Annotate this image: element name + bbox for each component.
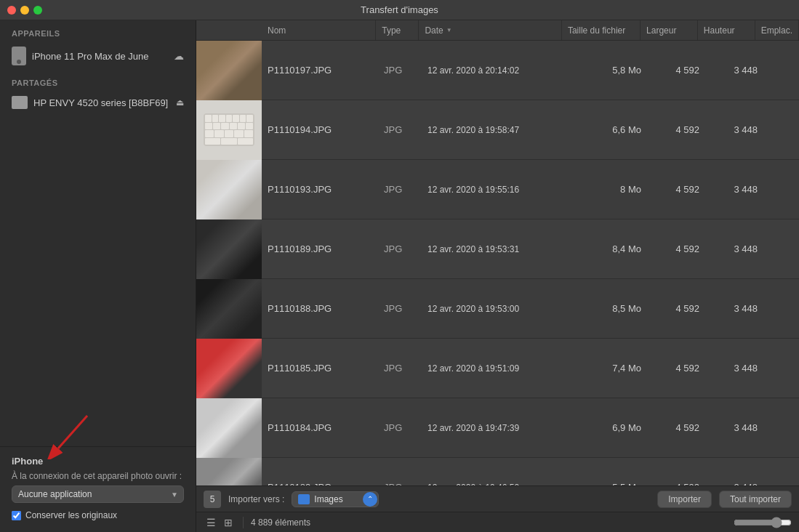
table-row[interactable]: P1110189.JPGJPG12 avr. 2020 à 19:53:318,… [196, 219, 799, 279]
table-row[interactable]: P1110184.JPGJPG12 avr. 2020 à 19:47:396,… [196, 398, 799, 458]
list-view-button[interactable]: ☰ [204, 515, 218, 530]
file-width: 4 592 [647, 243, 705, 254]
file-type: JPG [378, 243, 422, 254]
importer-button[interactable]: Importer [657, 491, 712, 508]
file-width: 4 592 [647, 124, 705, 135]
title-bar: Transfert d'images [0, 0, 799, 20]
col-header-nom[interactable]: Nom [262, 20, 376, 40]
sidebar: APPAREILS iPhone 11 Pro Max de June ☁ PA… [0, 20, 196, 532]
status-divider [243, 517, 244, 528]
file-size: 6,6 Mo [567, 124, 647, 135]
destination-label: Images [314, 494, 342, 504]
importer-vers-label: Importer vers : [228, 494, 284, 504]
keep-originals-label[interactable]: Conserver les originaux [25, 510, 117, 520]
file-date: 12 avr. 2020 à 19:53:31 [422, 244, 567, 254]
file-size: 5,8 Mo [567, 65, 647, 76]
file-type: JPG [378, 363, 422, 374]
photos-dest-icon [298, 494, 310, 504]
file-thumbnail [196, 100, 262, 160]
table-row[interactable]: P1110197.JPGJPG12 avr. 2020 à 20:14:025,… [196, 41, 799, 100]
partages-section-header: PARTAGÉS [0, 70, 196, 92]
phone-section-label: iPhone [12, 456, 184, 467]
file-height: 3 448 [705, 422, 763, 433]
table-row[interactable]: P1110183.JPGJPG12 avr. 2020 à 19:46:505,… [196, 458, 799, 485]
file-size: 8,4 Mo [567, 243, 647, 254]
col-header-date[interactable]: Date ▼ [419, 20, 561, 40]
iphone-label: iPhone 11 Pro Max de June [32, 51, 168, 62]
file-thumbnail [196, 398, 262, 458]
app-select-wrapper: Aucune application Photos Image Capture … [12, 485, 184, 503]
element-count: 4 889 éléments [251, 517, 310, 528]
file-size: 7,4 Mo [567, 363, 647, 374]
file-height: 3 448 [705, 65, 763, 76]
sidebar-item-iphone[interactable]: iPhone 11 Pro Max de June ☁ [0, 42, 196, 70]
file-width: 4 592 [647, 65, 705, 76]
file-type: JPG [378, 422, 422, 433]
file-height: 3 448 [705, 124, 763, 135]
file-name: P1110194.JPG [262, 124, 378, 135]
sidebar-item-printer[interactable]: HP ENVY 4520 series [B8BF69] ⏏ [0, 92, 196, 113]
import-count-badge: 5 [204, 491, 221, 508]
file-height: 3 448 [705, 303, 763, 314]
traffic-lights [7, 6, 42, 15]
file-name: P1110197.JPG [262, 65, 378, 76]
file-thumbnail [196, 160, 262, 219]
file-date: 12 avr. 2020 à 19:55:16 [422, 185, 567, 195]
destination-select[interactable]: Images ⌃ [292, 491, 379, 507]
file-type: JPG [378, 65, 422, 76]
eject-icon: ⏏ [176, 97, 184, 108]
col-header-taille[interactable]: Taille du fichier [562, 20, 641, 40]
grid-view-button[interactable]: ⊞ [221, 515, 236, 530]
sort-arrow-icon: ▼ [446, 27, 452, 33]
tout-importer-button[interactable]: Tout importer [719, 491, 792, 508]
file-name: P1110184.JPG [262, 422, 378, 433]
iphone-icon [12, 47, 26, 65]
file-width: 4 592 [647, 422, 705, 433]
file-thumbnail [196, 279, 262, 339]
file-size: 6,9 Mo [567, 422, 647, 433]
file-thumbnail [196, 339, 262, 398]
col-header-type[interactable]: Type [376, 20, 419, 40]
file-type: JPG [378, 303, 422, 314]
table-row[interactable]: P1110185.JPGJPG12 avr. 2020 à 19:51:097,… [196, 339, 799, 398]
destination-dropdown-arrow[interactable]: ⌃ [363, 492, 377, 507]
view-icons: ☰ ⊞ [204, 515, 236, 530]
printer-icon [12, 96, 28, 109]
close-button[interactable] [7, 6, 16, 15]
file-height: 3 448 [705, 363, 763, 374]
file-thumbnail [196, 41, 262, 100]
app-select[interactable]: Aucune application Photos Image Capture … [12, 485, 184, 503]
col-header-largeur[interactable]: Largeur [641, 20, 698, 40]
file-width: 4 592 [647, 303, 705, 314]
file-name: P1110188.JPG [262, 303, 378, 314]
file-type: JPG [378, 124, 422, 135]
file-name: P1110185.JPG [262, 363, 378, 374]
file-size: 8,5 Mo [567, 303, 647, 314]
file-date: 12 avr. 2020 à 19:58:47 [422, 125, 567, 135]
sidebar-bottom: iPhone À la connexion de cet appareil ph… [0, 446, 196, 532]
svg-line-1 [58, 416, 87, 448]
table-row[interactable]: P1110188.JPGJPG12 avr. 2020 à 19:53:008,… [196, 279, 799, 339]
file-name: P1110189.JPG [262, 243, 378, 254]
main-container: APPAREILS iPhone 11 Pro Max de June ☁ PA… [0, 20, 799, 532]
col-header-emplacement[interactable]: Emplac. [755, 20, 799, 40]
file-date: 12 avr. 2020 à 19:47:39 [422, 423, 567, 433]
zoom-slider[interactable] [734, 517, 792, 528]
file-list[interactable]: P1110197.JPGJPG12 avr. 2020 à 20:14:025,… [196, 41, 799, 485]
keep-originals-checkbox[interactable] [12, 511, 21, 520]
file-height: 3 448 [705, 184, 763, 195]
file-thumbnail [196, 219, 262, 279]
file-size: 8 Mo [567, 184, 647, 195]
minimize-button[interactable] [20, 6, 29, 15]
table-row[interactable]: P1110193.JPGJPG12 avr. 2020 à 19:55:168 … [196, 160, 799, 219]
file-date: 12 avr. 2020 à 19:53:00 [422, 304, 567, 314]
file-date: 12 avr. 2020 à 19:51:09 [422, 363, 567, 374]
file-width: 4 592 [647, 363, 705, 374]
table-row[interactable]: P1110194.JPGJPG12 avr. 2020 à 19:58:476,… [196, 100, 799, 160]
zoom-slider-container [734, 517, 792, 528]
appareils-section-header: APPAREILS [0, 20, 196, 42]
connect-label: À la connexion de cet appareil photo ouv… [12, 471, 184, 481]
file-name: P1110193.JPG [262, 184, 378, 195]
col-header-hauteur[interactable]: Hauteur [698, 20, 755, 40]
zoom-button[interactable] [33, 6, 42, 15]
